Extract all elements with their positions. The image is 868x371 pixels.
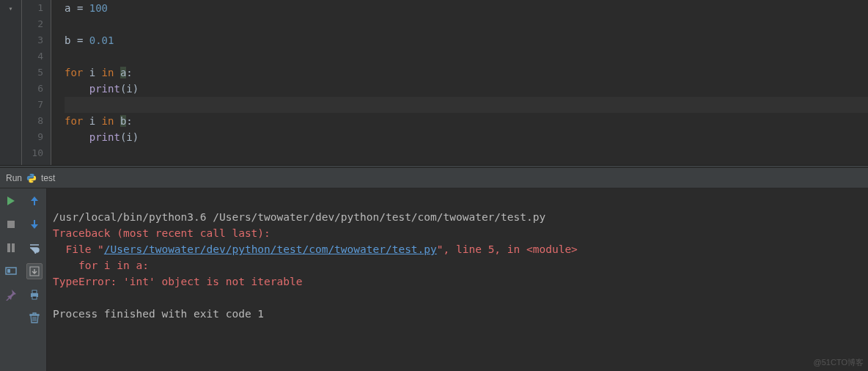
run-toolbar-right — [22, 188, 47, 371]
console-pane: /usr/local/bin/python3.6 /Users/twowater… — [0, 188, 868, 371]
file-suffix: ", line 5, in <module> — [437, 243, 578, 255]
stop-button[interactable] — [3, 216, 19, 232]
error-line: TypeError: 'int' object is not iterable — [53, 276, 302, 287]
pause-button[interactable] — [3, 240, 19, 256]
python-icon — [26, 173, 37, 183]
code-line[interactable]: print(i) — [65, 129, 868, 145]
console-cmd: /usr/local/bin/python3.6 /Users/twowater… — [53, 211, 545, 223]
traceback-file-link[interactable]: /Users/twowater/dev/python/test/com/twow… — [104, 243, 437, 255]
svg-rect-1 — [7, 243, 10, 252]
svg-rect-4 — [7, 269, 10, 273]
traceback-header: Traceback (most recent call last): — [53, 227, 271, 239]
watermark: @51CTO博客 — [814, 357, 864, 368]
svg-rect-0 — [7, 221, 15, 228]
run-config-name[interactable]: test — [41, 173, 55, 183]
line-number: 10 — [22, 145, 51, 161]
code-line[interactable] — [65, 48, 868, 65]
svg-rect-2 — [12, 243, 15, 252]
pin-button[interactable] — [3, 287, 19, 303]
scroll-to-end-button[interactable] — [26, 263, 43, 279]
line-gutter: 12345678910 — [22, 0, 51, 165]
line-number: 8 — [22, 113, 51, 129]
code-line[interactable]: a = 100 — [65, 0, 868, 16]
exit-line: Process finished with exit code 1 — [53, 308, 264, 320]
line-number: 7 — [22, 97, 51, 113]
console-output[interactable]: /usr/local/bin/python3.6 /Users/twowater… — [47, 188, 868, 371]
line-number: 5 — [22, 65, 51, 81]
run-button[interactable] — [3, 193, 19, 209]
scroll-up-button[interactable] — [26, 193, 43, 209]
fold-marker[interactable]: ▾ — [0, 0, 21, 16]
code-line[interactable] — [65, 145, 868, 161]
fold-column: ▾ — [0, 0, 22, 165]
code-line[interactable] — [65, 16, 868, 32]
run-tool-window-header: Run test — [0, 168, 868, 188]
run-toolbar-left — [0, 188, 22, 371]
clear-button[interactable] — [26, 310, 43, 326]
line-number: 4 — [22, 48, 51, 65]
svg-rect-8 — [32, 296, 37, 299]
line-number: 3 — [22, 32, 51, 48]
traceback-code: for i in a: — [53, 260, 149, 271]
line-number: 6 — [22, 81, 51, 97]
layout-button[interactable] — [3, 263, 19, 279]
scroll-down-button[interactable] — [26, 216, 43, 232]
line-number: 9 — [22, 129, 51, 145]
line-number: 2 — [22, 16, 51, 32]
code-line[interactable]: print(i) — [65, 81, 868, 97]
code-line[interactable]: b = 0.01 — [65, 32, 868, 48]
print-button[interactable] — [26, 287, 43, 303]
code-line[interactable]: for i in a: — [65, 65, 868, 81]
svg-rect-7 — [32, 290, 37, 293]
soft-wrap-button[interactable] — [26, 240, 43, 256]
code-line[interactable]: for i in b: — [65, 113, 868, 129]
line-number: 1 — [22, 0, 51, 16]
code-area[interactable]: a = 100b = 0.01for i in a: print(i)for i… — [51, 0, 868, 165]
file-prefix: File " — [53, 243, 104, 255]
code-line[interactable] — [65, 97, 868, 113]
editor-pane: ▾ 12345678910 a = 100b = 0.01for i in a:… — [0, 0, 868, 165]
run-label: Run — [6, 173, 22, 183]
